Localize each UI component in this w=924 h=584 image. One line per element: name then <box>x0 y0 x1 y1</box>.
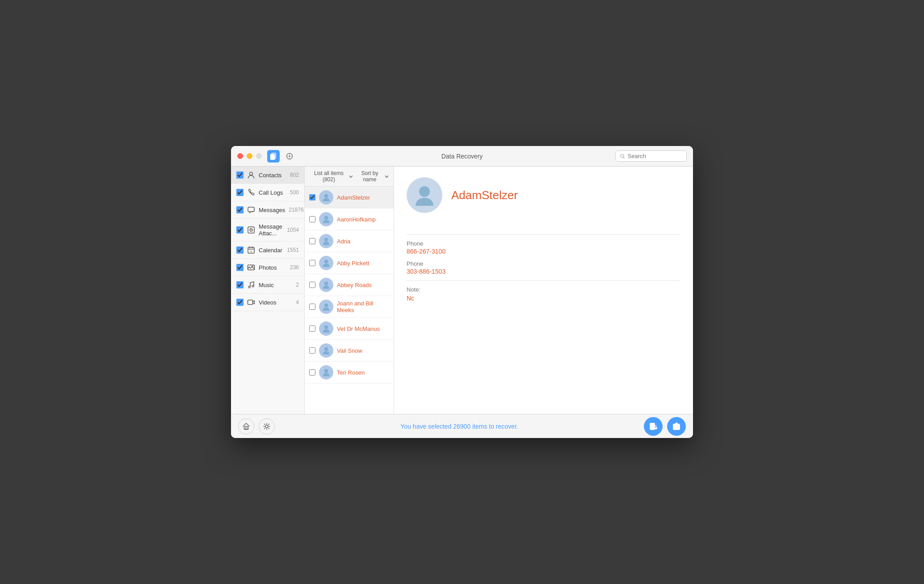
message-attachments-label: Message Attac... <box>259 223 283 237</box>
contact-list-panel: List all items (802) Sort by name <box>305 167 394 414</box>
search-box[interactable] <box>615 150 687 162</box>
phone-value-2: 303-886-1503 <box>407 268 680 275</box>
call-logs-count: 500 <box>290 189 299 196</box>
person-icon <box>322 302 331 311</box>
contact-checkbox[interactable] <box>309 369 315 375</box>
sidebar-item-call-logs[interactable]: Call Logs 500 <box>231 184 304 201</box>
svg-point-11 <box>250 172 253 175</box>
sidebar-item-message-attachments[interactable]: Message Attac... 1054 <box>231 219 304 242</box>
svg-point-32 <box>324 325 328 330</box>
videos-checkbox[interactable] <box>236 299 244 306</box>
svg-rect-12 <box>248 207 254 212</box>
contacts-label: Contacts <box>259 172 286 179</box>
call-logs-checkbox[interactable] <box>236 189 244 196</box>
home-button[interactable] <box>238 418 254 434</box>
contacts-icon <box>247 171 255 179</box>
contact-name: Teri Rosen <box>337 369 389 376</box>
list-filter-button[interactable]: List all items (802) <box>310 170 353 183</box>
contact-item[interactable]: Joann and Bill Meeks <box>305 296 394 318</box>
sort-button[interactable]: Sort by name <box>356 170 388 183</box>
scan-icon-button[interactable] <box>283 150 296 163</box>
filter-chevron-icon <box>349 175 353 178</box>
contact-checkbox[interactable] <box>309 304 315 310</box>
music-count: 2 <box>296 282 299 288</box>
contact-checkbox[interactable] <box>309 238 315 244</box>
contact-name: Joann and Bill Meeks <box>337 300 389 313</box>
recover-to-device-button[interactable] <box>644 417 663 436</box>
messages-checkbox[interactable] <box>236 206 244 213</box>
detail-divider-2 <box>407 280 680 281</box>
export-button[interactable] <box>667 417 686 436</box>
contacts-checkbox[interactable] <box>236 171 244 179</box>
photos-count: 236 <box>290 264 299 271</box>
contact-item[interactable]: Abby Pickett <box>305 252 394 274</box>
contact-checkbox[interactable] <box>309 347 315 354</box>
note-field: Note: Nc <box>407 286 680 302</box>
person-icon <box>322 280 331 289</box>
contact-name: Abby Pickett <box>337 260 389 267</box>
search-input[interactable] <box>628 153 682 159</box>
contact-item[interactable]: Vet Dr McManus <box>305 318 394 340</box>
contact-item[interactable]: Teri Rosen <box>305 362 394 384</box>
contact-list: AdamStelzer AaronHofkamp Adria <box>305 187 394 414</box>
messages-icon <box>247 206 255 214</box>
maximize-button[interactable] <box>256 153 262 159</box>
search-icon <box>620 154 625 159</box>
contact-item[interactable]: Vail Snow <box>305 340 394 362</box>
copy-icon-button[interactable] <box>267 150 280 163</box>
person-icon <box>322 368 331 377</box>
contact-checkbox[interactable] <box>309 282 315 288</box>
contact-name: Vail Snow <box>337 347 389 354</box>
contact-item[interactable]: Adria <box>305 230 394 252</box>
contact-checkbox[interactable] <box>309 194 315 200</box>
export-icon <box>672 422 681 431</box>
svg-rect-37 <box>245 428 247 430</box>
sidebar-item-music[interactable]: Music 2 <box>231 276 304 294</box>
music-checkbox[interactable] <box>236 281 244 288</box>
svg-point-26 <box>324 194 328 198</box>
sidebar-item-messages[interactable]: Messages 21876 <box>231 201 304 219</box>
person-icon <box>322 215 331 224</box>
svg-point-29 <box>324 260 328 264</box>
sort-label: Sort by name <box>356 170 383 183</box>
note-label: Note: <box>407 286 680 293</box>
svg-point-31 <box>324 304 328 308</box>
window-title: Data Recovery <box>441 153 483 160</box>
contact-item[interactable]: AaronHofkamp <box>305 209 394 230</box>
svg-point-28 <box>324 238 328 242</box>
svg-rect-25 <box>248 300 253 305</box>
contact-checkbox[interactable] <box>309 260 315 266</box>
contact-avatar <box>319 300 333 314</box>
contact-avatar <box>319 321 333 336</box>
person-icon <box>322 346 331 355</box>
svg-point-27 <box>324 216 328 220</box>
svg-point-23 <box>248 286 250 288</box>
svg-point-38 <box>265 425 268 428</box>
sidebar-item-photos[interactable]: Photos 236 <box>231 259 304 276</box>
contact-name: Adria <box>337 238 389 245</box>
contact-item[interactable]: Abbey Roads <box>305 274 394 296</box>
svg-point-22 <box>252 266 253 267</box>
window-controls <box>237 153 262 159</box>
settings-button[interactable] <box>259 418 275 434</box>
close-button[interactable] <box>237 153 243 159</box>
detail-avatar <box>407 177 442 213</box>
music-label: Music <box>259 282 292 288</box>
calendar-icon: 3 <box>247 246 255 254</box>
detail-divider-1 <box>407 234 680 235</box>
sidebar-item-calendar[interactable]: 3 Calendar 1551 <box>231 242 304 259</box>
minimize-button[interactable] <box>247 153 252 159</box>
contact-item[interactable]: AdamStelzer <box>305 187 394 209</box>
footer-message-suffix: items to recover. <box>470 423 518 430</box>
sidebar-item-contacts[interactable]: Contacts 802 <box>231 167 304 184</box>
calendar-label: Calendar <box>259 247 283 254</box>
calendar-checkbox[interactable] <box>236 246 244 254</box>
photos-checkbox[interactable] <box>236 264 244 271</box>
contact-checkbox[interactable] <box>309 325 315 332</box>
footer-left <box>238 418 275 434</box>
sidebar: Contacts 802 Call Logs 500 Messages <box>231 167 305 414</box>
message-attachments-checkbox[interactable] <box>236 226 244 234</box>
sidebar-item-videos[interactable]: Videos 4 <box>231 294 304 311</box>
detail-contact-name: AdamStelzer <box>451 188 518 202</box>
contact-checkbox[interactable] <box>309 216 315 222</box>
